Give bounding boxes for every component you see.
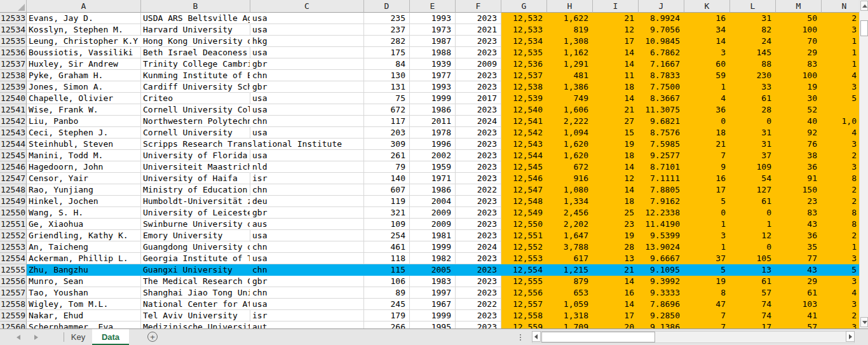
cell[interactable]: Rao, Yunjiang — [27, 184, 141, 196]
cell[interactable]: 2023 — [456, 70, 501, 81]
cell[interactable]: 7.7500 — [639, 81, 684, 93]
cell[interactable]: 2024 — [456, 116, 501, 127]
cell[interactable]: 54 — [730, 173, 776, 184]
cell[interactable]: Emory University — [141, 230, 250, 241]
cell[interactable]: 2023 — [456, 161, 501, 173]
cell[interactable]: 481 — [547, 70, 593, 81]
cell[interactable]: 1 — [730, 219, 776, 230]
cell[interactable]: usa — [250, 104, 364, 116]
cell[interactable]: 12,543 — [501, 139, 547, 150]
cell[interactable]: 12,537 — [501, 70, 547, 81]
cell[interactable]: 237 — [364, 24, 410, 36]
scroll-right-button[interactable] — [846, 331, 855, 342]
cell[interactable]: 16 — [684, 173, 730, 184]
cell[interactable]: Northwestern Polytechn — [141, 116, 250, 127]
cell[interactable]: 2023 — [456, 150, 501, 161]
row-header-12557[interactable]: 12557 — [0, 287, 27, 299]
cell[interactable]: 12,536 — [501, 58, 547, 70]
cell[interactable]: 1,606 — [547, 104, 593, 116]
cell[interactable]: National Center for At — [141, 299, 250, 310]
cell[interactable]: Munro, Sean — [27, 276, 141, 287]
cell[interactable]: 12,533 — [501, 24, 547, 36]
cell[interactable]: 145 — [730, 47, 776, 58]
cell[interactable]: 11 — [593, 70, 639, 81]
cell[interactable]: 115 — [364, 264, 410, 276]
cell[interactable]: University of Haifa — [141, 173, 250, 184]
cell[interactable]: 7.1667 — [639, 58, 684, 70]
cell[interactable]: 8.7576 — [639, 127, 684, 139]
cell[interactable]: 12,559 — [501, 321, 547, 328]
cell[interactable]: 1986 — [410, 184, 456, 196]
row-header-12555[interactable]: 12555 — [0, 264, 27, 276]
cell[interactable]: 57 — [776, 321, 822, 328]
select-all-button[interactable] — [0, 0, 27, 13]
cell[interactable]: 37 — [730, 150, 776, 161]
cell[interactable]: 1967 — [410, 299, 456, 310]
cell[interactable]: 19 — [593, 139, 639, 150]
cell[interactable]: 24 — [730, 36, 776, 47]
cell[interactable]: 5 — [822, 93, 859, 104]
scroll-up-button[interactable] — [860, 1, 868, 11]
cell[interactable]: 61 — [730, 276, 776, 287]
row-header-12550[interactable]: 12550 — [0, 207, 27, 219]
cell[interactable]: 2021 — [456, 24, 501, 36]
cell[interactable]: 1973 — [410, 24, 456, 36]
cell[interactable]: 7.1111 — [639, 173, 684, 184]
cell[interactable]: 127 — [730, 184, 776, 196]
cell[interactable]: 36 — [684, 104, 730, 116]
cell[interactable]: 3 — [822, 299, 859, 310]
cell[interactable]: 2 — [822, 310, 859, 321]
cell[interactable]: 2024 — [456, 241, 501, 253]
cell[interactable]: aut — [250, 321, 364, 328]
cell[interactable]: 3 — [822, 161, 859, 173]
cell[interactable]: 119 — [364, 196, 410, 207]
cell[interactable]: 18 — [593, 81, 639, 93]
cell[interactable]: 35 — [776, 241, 822, 253]
cell[interactable]: 28 — [730, 104, 776, 116]
cell[interactable]: Wigley, Tom M.L. — [27, 299, 141, 310]
cell[interactable]: 9 — [684, 161, 730, 173]
cell[interactable]: 235 — [364, 13, 410, 24]
cell[interactable]: 4 — [822, 70, 859, 81]
cell[interactable]: 12,535 — [501, 47, 547, 58]
cell[interactable]: Cardiff University Sch — [141, 81, 250, 93]
cell[interactable]: University of Florida — [141, 150, 250, 161]
cell[interactable]: 15 — [593, 127, 639, 139]
column-header-C[interactable]: C — [250, 0, 364, 13]
cell[interactable]: 34 — [684, 24, 730, 36]
cell[interactable]: 2009 — [410, 219, 456, 230]
cell[interactable]: 1,620 — [547, 139, 593, 150]
cell[interactable]: 12.2338 — [639, 207, 684, 219]
cell[interactable]: 1 — [684, 241, 730, 253]
cell[interactable]: 1988 — [410, 47, 456, 58]
cell[interactable]: hkg — [250, 36, 364, 47]
cell[interactable]: 2009 — [456, 58, 501, 70]
cell[interactable]: usa — [250, 253, 364, 264]
cell[interactable]: chn — [250, 70, 364, 81]
cell[interactable]: 12 — [730, 230, 776, 241]
cell[interactable]: 2 — [822, 230, 859, 241]
cell[interactable]: 33 — [730, 81, 776, 93]
cell[interactable]: 1 — [822, 58, 859, 70]
cell[interactable]: Griendling, Kathy K. — [27, 230, 141, 241]
cell[interactable]: Universiteit Maastrich — [141, 161, 250, 173]
cell[interactable]: 653 — [547, 287, 593, 299]
cell[interactable]: 100 — [776, 24, 822, 36]
cell[interactable]: 100 — [776, 70, 822, 81]
cell[interactable]: 0 — [684, 207, 730, 219]
cell[interactable]: 8 — [684, 287, 730, 299]
cell[interactable]: gbr — [250, 276, 364, 287]
cell[interactable]: 607 — [364, 184, 410, 196]
cell[interactable]: 2011 — [410, 116, 456, 127]
horizontal-scrollbar[interactable] — [532, 331, 855, 343]
cell[interactable]: 8 — [822, 173, 859, 184]
row-header-12554[interactable]: 12554 — [0, 253, 27, 264]
cell[interactable]: 14 — [593, 299, 639, 310]
cell[interactable]: 1,0 — [822, 116, 859, 127]
cell[interactable]: 8.9924 — [639, 13, 684, 24]
cell[interactable]: 1977 — [410, 70, 456, 81]
cell[interactable]: 14 — [593, 276, 639, 287]
cell[interactable]: 617 — [547, 253, 593, 264]
cell[interactable]: 12 — [593, 173, 639, 184]
cell[interactable]: usa — [250, 47, 364, 58]
